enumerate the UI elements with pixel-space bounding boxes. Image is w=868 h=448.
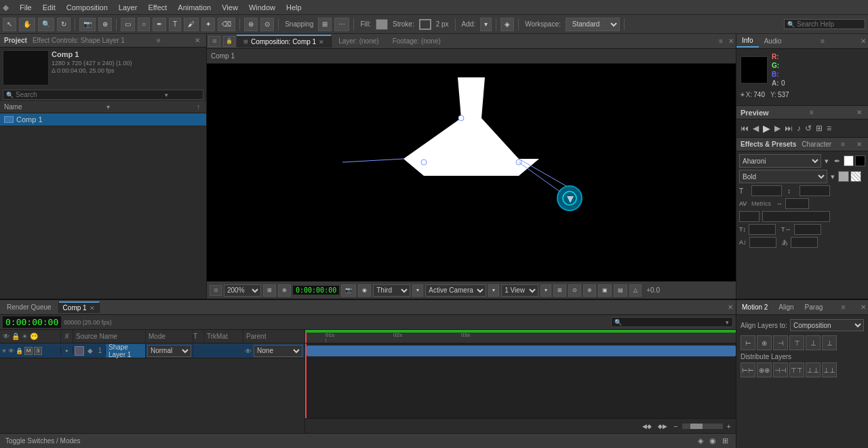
menu-effect[interactable]: Effect (142, 2, 172, 13)
audio-tab[interactable]: Audio (759, 35, 787, 47)
menu-view[interactable]: View (216, 2, 243, 13)
font-style-select[interactable]: Bold (739, 170, 827, 183)
loop-btn[interactable]: ↺ (804, 123, 813, 134)
text-tool[interactable]: T (169, 18, 181, 31)
info-tab[interactable]: Info (736, 35, 759, 48)
selection-tool[interactable]: ↖ (3, 18, 16, 31)
motion-panel-close[interactable]: ✕ (859, 303, 868, 312)
align-to-select[interactable]: Composition (790, 319, 864, 331)
motion-panel-menu[interactable]: ≡ (840, 303, 848, 312)
viewer-extra-btn2[interactable]: ⊙ (568, 284, 581, 297)
camera-tool[interactable]: 📷 (79, 18, 96, 31)
roto-tool[interactable]: ⊛ (244, 18, 258, 31)
last-frame-btn[interactable]: ⏭ (783, 123, 794, 134)
char-color-trans[interactable] (850, 171, 861, 182)
comp-timeline-tab[interactable]: Comp 1 ✕ (59, 301, 100, 313)
font-style-arrow[interactable]: ▾ (829, 172, 837, 182)
next-frame-btn[interactable]: ▶ (773, 123, 782, 134)
font-name-arrow[interactable]: ▾ (823, 156, 831, 166)
preview-panel-menu[interactable]: ≡ (808, 108, 816, 117)
character-tab-label[interactable]: Character (802, 141, 831, 148)
project-panel-close[interactable]: ✕ (193, 36, 202, 45)
add-button[interactable]: ▾ (480, 18, 492, 31)
font-name-select[interactable]: Aharoni (739, 154, 821, 168)
snap-options[interactable]: ⋯ (334, 18, 349, 31)
dist-bottom-btn[interactable]: ⊥⊥ (822, 362, 837, 377)
stroke-color[interactable] (419, 19, 431, 30)
tl-zoom-slider[interactable] (682, 424, 723, 429)
effects-panel-close[interactable]: ✕ (854, 140, 864, 149)
camera-btn[interactable]: ▾ (488, 284, 499, 297)
viewer-extra-btn4[interactable]: ▣ (598, 284, 612, 297)
align-bottom-btn[interactable]: ⊥ (822, 335, 837, 350)
layer-solo-btn[interactable]: ☀ (1, 348, 7, 354)
viewer-extra-btn6[interactable]: △ (629, 284, 642, 297)
eraser-tool[interactable]: ⌫ (218, 18, 235, 31)
preview-extra1[interactable]: ⊞ (814, 123, 824, 134)
char-color-white[interactable] (844, 155, 854, 166)
char-color-black[interactable] (855, 155, 865, 166)
viewer-breadcrumb[interactable]: Comp 1 (211, 52, 235, 60)
menu-edit[interactable]: Edit (37, 2, 61, 13)
viewer-extra-btn5[interactable]: ▤ (614, 284, 627, 297)
tracking-input[interactable]: 0 (785, 198, 809, 209)
rotation-tool[interactable]: ↻ (57, 18, 71, 31)
workspace-select[interactable]: Standard (566, 18, 620, 31)
audio-btn[interactable]: ♪ (795, 123, 802, 134)
baseline-input[interactable]: 67 px (749, 237, 776, 248)
fill-color[interactable] (376, 19, 388, 30)
layer-eye-btn[interactable]: 👁 (8, 348, 14, 354)
tl-extra-btn2[interactable]: ◉ (707, 436, 718, 446)
char-pen-icon[interactable]: ✒ (832, 156, 842, 166)
layer-parent-select[interactable]: None (254, 345, 302, 357)
tl-tab-close[interactable]: ✕ (90, 305, 95, 312)
menu-layer[interactable]: Layer (113, 2, 143, 13)
effects-presets-title[interactable]: Effects & Presets (741, 141, 796, 148)
anchor-tool[interactable]: ⊕ (98, 18, 112, 31)
menu-window[interactable]: Window (243, 2, 281, 13)
vertical-scale-input[interactable]: 100 % (749, 224, 776, 235)
view-count-select[interactable]: 1 View (501, 284, 538, 297)
stroke-type-input[interactable]: Fill Over Stroke (762, 211, 830, 222)
motion2-tab[interactable]: Motion 2 (736, 301, 773, 313)
col-options-btn[interactable]: ▾ (104, 102, 112, 111)
stamp-tool[interactable]: ✦ (201, 18, 215, 31)
dist-vcenter-btn[interactable]: ⊥⊥ (806, 362, 821, 377)
viewer-mode-btn[interactable]: ▾ (412, 284, 423, 297)
play-btn[interactable]: ▶ (762, 122, 772, 134)
preview-extra2[interactable]: ≡ (825, 123, 833, 134)
tl-keyframe-nav-right[interactable]: ◆▶ (656, 422, 669, 430)
layer-motion-blur-btn[interactable]: M (24, 347, 33, 355)
stroke-size-input[interactable]: 3 px (739, 211, 760, 222)
comp-tab-close[interactable]: ✕ (319, 39, 324, 45)
tl-search-input[interactable] (624, 318, 726, 326)
align-right-btn[interactable]: ⊣ (773, 335, 788, 350)
preview-panel-close[interactable]: ✕ (854, 108, 864, 117)
project-item-comp1[interactable]: Comp 1 (0, 113, 206, 126)
parag-tab[interactable]: Parag (800, 301, 829, 313)
viewer-capture-btn[interactable]: 📷 (341, 284, 356, 297)
layer-lock-btn[interactable]: 🔒 (16, 348, 23, 354)
timeline-panel-close[interactable]: ✕ (728, 303, 733, 311)
align-top-btn[interactable]: ⊤ (789, 335, 804, 350)
tl-zoom-in[interactable]: + (725, 422, 733, 431)
dist-left-btn[interactable]: ⊢⊢ (741, 362, 755, 377)
tsumi-input[interactable]: 0 % (791, 237, 818, 248)
dist-top-btn[interactable]: ⊤⊤ (789, 362, 804, 377)
layer-keyframe-btn[interactable]: ◆ (85, 347, 95, 354)
layer-name-field[interactable]: Shape Layer 1 (106, 344, 146, 358)
font-size-input[interactable]: 70 px (751, 185, 782, 196)
shape-ellipse[interactable]: ○ (138, 18, 150, 31)
viewer-roi-btn[interactable]: ⊕ (278, 284, 291, 297)
snapping-toggle[interactable]: ⊞ (318, 18, 332, 31)
viewer-panel-menu[interactable]: ≡ (717, 37, 725, 45)
dist-right-btn[interactable]: ⊣⊣ (773, 362, 788, 377)
layer-track-bar[interactable] (307, 346, 736, 356)
view-count-btn[interactable]: ▾ (540, 284, 551, 297)
layer-3d-btn[interactable]: 3 (34, 347, 42, 355)
camera-select[interactable]: Active Camera (425, 284, 486, 297)
viewer-res-btn[interactable]: ⊞ (263, 284, 276, 297)
align-left-btn[interactable]: ⊢ (741, 335, 755, 350)
first-frame-btn[interactable]: ⏮ (739, 123, 750, 134)
align-vcenter-btn[interactable]: ⊥ (806, 335, 821, 350)
